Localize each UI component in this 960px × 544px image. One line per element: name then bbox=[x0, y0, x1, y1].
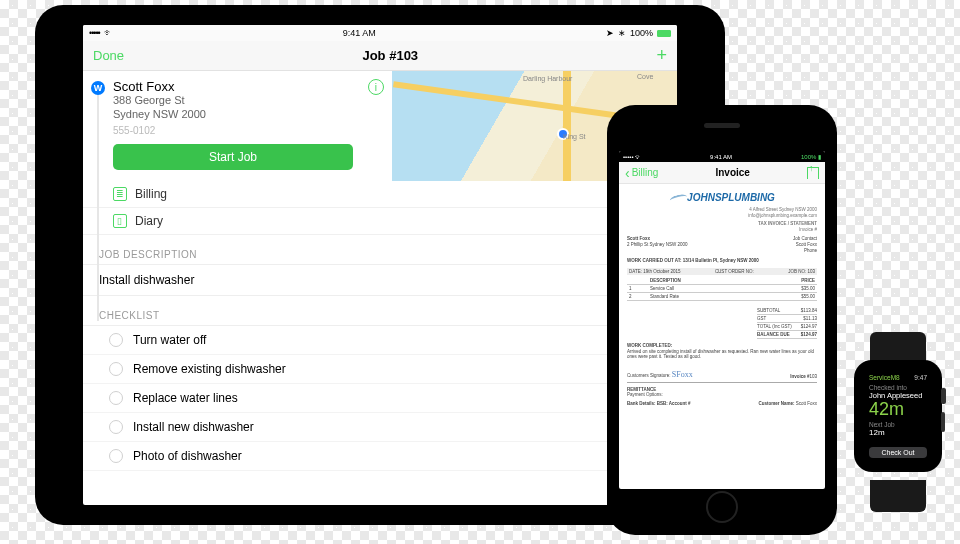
start-job-button[interactable]: Start Job bbox=[113, 144, 353, 170]
invoice-lines: DESCRIPTIONPRICE 1Service Call$35.00 2St… bbox=[627, 277, 817, 301]
share-icon[interactable] bbox=[807, 167, 819, 179]
ipad-navbar: Done Job #103 + bbox=[83, 41, 677, 71]
checked-label: Checked into bbox=[869, 384, 927, 391]
customer-name: Scott Foxx bbox=[113, 79, 380, 94]
checklist-item[interactable]: Install new dishwasher bbox=[83, 413, 677, 442]
company-address: 4 Alfred Street Sydney NSW 2000 info@joh… bbox=[627, 207, 817, 232]
iphone-statusbar: ••••• ᯤ 9:41 AM 100% ▮ bbox=[619, 151, 825, 162]
checklist-item[interactable]: Photo of dishwasher bbox=[83, 442, 677, 471]
checklist-label: Photo of dishwasher bbox=[133, 449, 242, 463]
remittance: REMITTANCE Payment Options: Bank Details… bbox=[627, 387, 817, 406]
queue-badge: W bbox=[91, 81, 105, 95]
checkbox-icon[interactable] bbox=[109, 391, 123, 405]
location-icon: ➤ bbox=[606, 28, 614, 38]
iphone-navbar: Billing Invoice bbox=[619, 162, 825, 184]
diary-row[interactable]: Diary bbox=[83, 208, 677, 235]
checklist-label: Replace water lines bbox=[133, 391, 238, 405]
iphone-device: ••••• ᯤ 9:41 AM 100% ▮ Billing Invoice J… bbox=[607, 105, 837, 535]
next-label: Next Job bbox=[869, 421, 927, 428]
customer-addr2: Sydney NSW 2000 bbox=[113, 108, 380, 122]
watch-app-name: ServiceM8 bbox=[869, 374, 900, 381]
watch-device: ServiceM8 9:47 Checked into John Applese… bbox=[848, 332, 948, 512]
company-logo: JOHNSPLUMBING bbox=[627, 192, 817, 203]
status-time: 9:41 AM bbox=[710, 154, 732, 160]
checklist-item[interactable]: Turn water off bbox=[83, 326, 677, 355]
watch-screen: ServiceM8 9:47 Checked into John Applese… bbox=[864, 370, 932, 462]
checkbox-icon[interactable] bbox=[109, 333, 123, 347]
next-eta: 12m bbox=[869, 428, 927, 437]
checklist-item[interactable]: Remove existing dishwasher bbox=[83, 355, 677, 384]
page-title: Invoice bbox=[715, 167, 749, 178]
bt-icon: ∗ bbox=[618, 28, 626, 38]
done-button[interactable]: Done bbox=[93, 48, 124, 63]
add-button[interactable]: + bbox=[656, 45, 667, 66]
ipad-screen: ᯤ 9:41 AM ➤∗100% Done Job #103 + W Scott… bbox=[83, 25, 677, 505]
map-label: King St bbox=[563, 133, 586, 140]
side-button[interactable] bbox=[941, 412, 945, 432]
bill-to: Scott Foxx 2 Phillip St Sydney NSW 2000 bbox=[627, 236, 688, 254]
map-label: Darling Harbour bbox=[523, 75, 572, 82]
diary-icon bbox=[113, 214, 127, 228]
checklist-item[interactable]: Replace water lines bbox=[83, 384, 677, 413]
battery-pct: 100% bbox=[630, 28, 653, 38]
desc-header: JOB DESCRIPTION bbox=[83, 235, 677, 265]
ipad-statusbar: ᯤ 9:41 AM ➤∗100% bbox=[83, 25, 677, 41]
customer-card[interactable]: W Scott Foxx 388 George St Sydney NSW 20… bbox=[83, 71, 392, 181]
back-button[interactable]: Billing bbox=[625, 167, 658, 178]
checklist-label: Turn water off bbox=[133, 333, 206, 347]
checkbox-icon[interactable] bbox=[109, 362, 123, 376]
battery-icon bbox=[657, 30, 671, 37]
job-contact: Job Contact Scott Foxx Phone bbox=[793, 236, 817, 254]
iphone-screen: ••••• ᯤ 9:41 AM 100% ▮ Billing Invoice J… bbox=[619, 151, 825, 489]
job-body: W Scott Foxx 388 George St Sydney NSW 20… bbox=[83, 71, 677, 505]
customer-phone: 555-0102 bbox=[113, 125, 380, 136]
checklist-label: Remove existing dishwasher bbox=[133, 362, 286, 376]
billing-row[interactable]: Billing bbox=[83, 181, 677, 208]
invoice-preview[interactable]: JOHNSPLUMBING 4 Alfred Street Sydney NSW… bbox=[619, 184, 825, 489]
customer-addr1: 388 George St bbox=[113, 94, 380, 108]
checklist-header: CHECKLIST bbox=[83, 296, 677, 326]
work-completed: WORK COMPLETED: Arrived on site completi… bbox=[627, 343, 817, 361]
diary-label: Diary bbox=[135, 214, 163, 228]
map-label: Cove bbox=[637, 73, 653, 80]
billing-icon bbox=[113, 187, 127, 201]
billing-label: Billing bbox=[135, 187, 167, 201]
elapsed-time: 42m bbox=[869, 400, 927, 418]
status-time: 9:41 AM bbox=[343, 28, 376, 38]
invoice-totals: SUBTOTAL$113.84 GST$11.13 TOTAL (Inc GST… bbox=[757, 307, 817, 339]
timeline-line bbox=[97, 95, 99, 321]
digital-crown[interactable] bbox=[941, 388, 946, 404]
checkbox-icon[interactable] bbox=[109, 420, 123, 434]
signature-row: Customers Signature: SFoxx Invoice #103 bbox=[627, 370, 817, 379]
watch-time: 9:47 bbox=[914, 374, 927, 381]
job-description[interactable]: Install dishwasher bbox=[83, 265, 677, 296]
checklist-label: Install new dishwasher bbox=[133, 420, 254, 434]
checkbox-icon[interactable] bbox=[109, 449, 123, 463]
wifi-icon: ᯤ bbox=[104, 28, 113, 38]
invoice-meta: DATE: 19th October 2015 CUST ORDER NO: J… bbox=[627, 268, 817, 275]
info-icon[interactable]: i bbox=[368, 79, 384, 95]
checkout-button[interactable]: Check Out bbox=[869, 447, 927, 458]
page-title: Job #103 bbox=[362, 48, 418, 63]
signal-icon bbox=[89, 28, 100, 38]
work-location: WORK CARRIED OUT AT: 13/14 Bulletin Pl, … bbox=[627, 258, 817, 264]
